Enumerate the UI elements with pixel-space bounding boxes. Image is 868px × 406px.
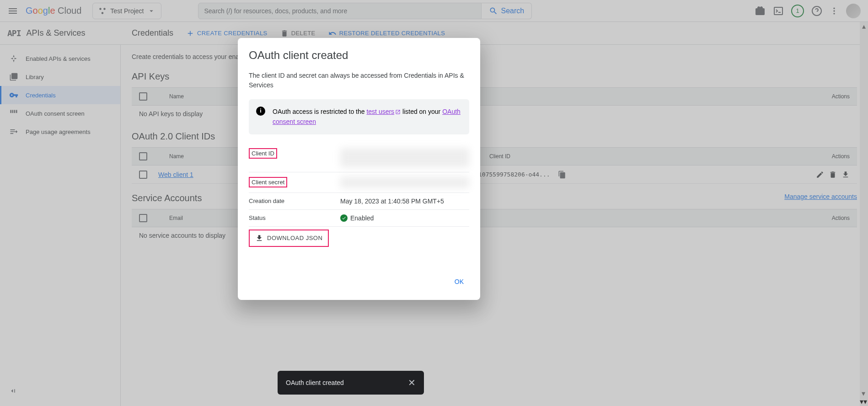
oauth-client-link[interactable]: Web client 1 xyxy=(158,171,193,178)
agreements-icon xyxy=(9,127,18,136)
info-box: i OAuth access is restricted to the test… xyxy=(249,99,469,134)
info-text-pre: OAuth access is restricted to the xyxy=(273,108,366,115)
actions-column: Actions xyxy=(832,153,850,160)
client-id-value: 1075599758206-o44... xyxy=(478,171,556,178)
download-json-label: DOWNLOAD JSON xyxy=(267,235,322,241)
oauth-client-created-modal: OAuth client created The client ID and s… xyxy=(238,38,480,300)
vertical-scrollbar[interactable]: ▴ ▾ ▾▾ xyxy=(860,22,868,406)
svg-point-1 xyxy=(104,8,106,10)
plus-icon xyxy=(186,29,194,37)
external-link-icon xyxy=(395,109,401,115)
logo-cloud-text: Cloud xyxy=(58,5,81,16)
search-input[interactable]: Search (/) for resources, docs, products… xyxy=(198,3,482,19)
api-icon: API xyxy=(7,28,21,38)
project-picker[interactable]: Test Project xyxy=(92,3,161,19)
select-all-checkbox[interactable] xyxy=(139,214,147,222)
restore-label: RESTORE DELETED CREDENTIALS xyxy=(339,30,445,37)
key-icon xyxy=(9,91,18,100)
kebab-menu-icon[interactable] xyxy=(830,6,839,16)
library-icon xyxy=(9,72,18,81)
status-row: Status Enabled xyxy=(249,210,469,227)
toast-notification: OAuth client created ✕ xyxy=(278,371,424,395)
info-text-mid: listed on your xyxy=(401,108,442,115)
chevron-down-icon xyxy=(147,7,155,15)
restore-button[interactable]: RESTORE DELETED CREDENTIALS xyxy=(328,29,445,37)
sidebar-item-library[interactable]: Library xyxy=(0,68,120,86)
sidebar-label: Enabled APIs & services xyxy=(26,55,91,62)
topbar-right: 1 xyxy=(755,4,861,18)
search-icon xyxy=(489,6,498,16)
sidebar-label: OAuth consent screen xyxy=(26,110,85,117)
svg-rect-8 xyxy=(11,110,12,113)
sidebar-item-consent-screen[interactable]: OAuth consent screen xyxy=(0,104,120,123)
download-icon xyxy=(255,234,263,242)
hamburger-menu-icon[interactable] xyxy=(7,5,18,16)
sidebar-item-enabled-apis[interactable]: Enabled APIs & services xyxy=(0,49,120,68)
notification-count: 1 xyxy=(796,7,799,14)
enabled-apis-icon xyxy=(9,54,18,63)
client-id-row: Client ID xyxy=(249,144,469,172)
search-button-label: Search xyxy=(501,7,524,15)
delete-label: DELETE xyxy=(291,30,316,37)
actions-column: Actions xyxy=(832,215,850,221)
test-users-link[interactable]: test users xyxy=(366,108,401,115)
status-label: Status xyxy=(249,214,340,221)
create-credentials-button[interactable]: CREATE CREDENTIALS xyxy=(186,29,268,37)
status-enabled-icon xyxy=(340,214,348,222)
google-cloud-logo[interactable]: Google Cloud xyxy=(26,5,81,16)
client-id-value-blurred xyxy=(340,148,469,167)
status-value: Enabled xyxy=(350,214,374,222)
creation-date-row: Creation date May 18, 2023 at 1:40:58 PM… xyxy=(249,193,469,210)
section-title: APIs & Services xyxy=(27,28,86,38)
consent-icon xyxy=(9,109,18,118)
scroll-down-icon[interactable]: ▾ xyxy=(860,397,863,406)
scroll-up-icon[interactable]: ▴ xyxy=(860,22,868,30)
test-users-link-text: test users xyxy=(366,108,394,115)
scroll-down-icon[interactable]: ▾ xyxy=(860,389,867,397)
search-button[interactable]: Search xyxy=(482,3,532,19)
notifications-badge[interactable]: 1 xyxy=(791,5,804,17)
sidebar-label: Credentials xyxy=(26,92,56,99)
service-accounts-heading: Service Accounts xyxy=(132,193,202,203)
toast-close-icon[interactable]: ✕ xyxy=(408,377,416,388)
subheader-right: Credentials CREATE CREDENTIALS DELETE RE… xyxy=(121,28,445,38)
edit-icon[interactable] xyxy=(816,171,824,179)
page-title: Credentials xyxy=(132,28,173,38)
sidebar-item-page-usage[interactable]: Page usage agreements xyxy=(0,123,120,141)
download-icon[interactable] xyxy=(841,171,850,179)
download-json-button[interactable]: DOWNLOAD JSON xyxy=(249,230,329,247)
client-secret-label: Client secret xyxy=(249,177,287,187)
restore-icon xyxy=(328,29,337,37)
sidebar: Enabled APIs & services Library Credenti… xyxy=(0,45,121,406)
svg-rect-9 xyxy=(12,110,14,113)
svg-point-2 xyxy=(102,12,104,14)
collapse-sidebar-button[interactable] xyxy=(9,387,17,397)
select-all-checkbox[interactable] xyxy=(139,152,147,160)
top-bar: Google Cloud Test Project Search (/) for… xyxy=(0,0,868,22)
svg-point-6 xyxy=(833,10,835,11)
modal-description: The client ID and secret can always be a… xyxy=(249,71,469,90)
subheader-left: API APIs & Services xyxy=(0,28,121,38)
creation-date-label: Creation date xyxy=(249,198,340,204)
scroll-down-icon[interactable]: ▾ xyxy=(863,397,867,406)
actions-column: Actions xyxy=(832,93,850,100)
modal-footer: OK xyxy=(249,274,469,289)
create-credentials-label: CREATE CREDENTIALS xyxy=(197,30,268,37)
svg-rect-3 xyxy=(774,7,782,15)
ok-button[interactable]: OK xyxy=(449,274,469,289)
row-checkbox[interactable] xyxy=(139,171,147,179)
sidebar-item-credentials[interactable]: Credentials xyxy=(0,86,120,104)
user-avatar[interactable] xyxy=(846,4,861,18)
collapse-icon xyxy=(9,387,17,395)
main-content: Create credentials to access your enab A… xyxy=(121,45,868,406)
svg-point-7 xyxy=(833,13,835,14)
delete-icon[interactable] xyxy=(829,171,837,179)
select-all-checkbox[interactable] xyxy=(139,92,147,101)
gift-icon[interactable] xyxy=(755,5,766,16)
copy-client-id-icon[interactable] xyxy=(558,171,566,179)
help-icon[interactable] xyxy=(811,5,822,16)
delete-button[interactable]: DELETE xyxy=(280,29,316,37)
manage-service-accounts-link[interactable]: Manage service accounts xyxy=(784,193,857,200)
creation-date-value: May 18, 2023 at 1:40:58 PM GMT+5 xyxy=(340,198,469,205)
cloud-shell-icon[interactable] xyxy=(773,5,784,16)
